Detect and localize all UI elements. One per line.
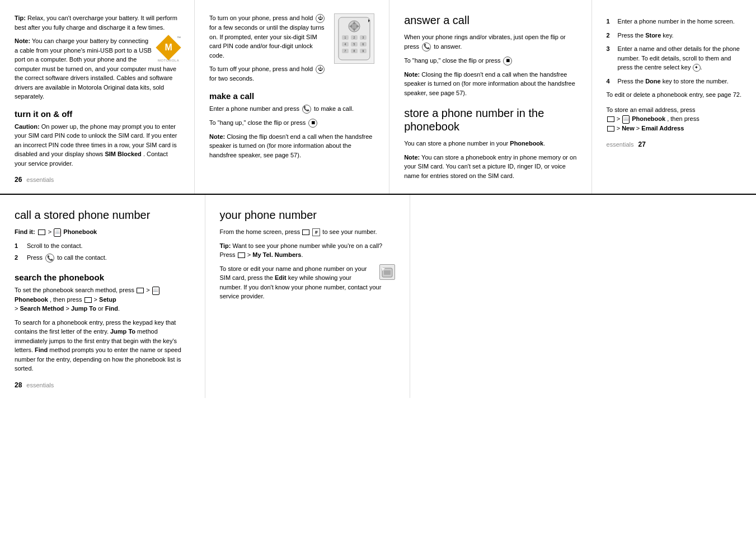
turn-off-para: To turn off your phone, press and hold ⏻… <box>209 64 374 83</box>
phone-image: 1 2 3 4 5 6 7 8 9 <box>334 13 374 64</box>
step-1-text: Enter a phone number in the home screen. <box>618 17 735 26</box>
answer-call-para: When your phone rings and/or vibrates, j… <box>404 32 576 51</box>
store-note: Note: You can store a phonebook entry in… <box>404 153 576 181</box>
svg-rect-28 <box>384 270 391 275</box>
search-pb-icon: 📖 <box>152 287 159 295</box>
email-arr1: > <box>617 115 622 122</box>
answer-call-icon: 📞 <box>422 43 431 51</box>
search-arr4: > <box>65 305 71 312</box>
answer-note-text: Closing the flip doesn't end a call when… <box>404 71 575 96</box>
mtn-bold: My Tel. Numbers <box>252 251 301 258</box>
store-step-3: 3 Enter a name and other details for the… <box>607 44 741 72</box>
svg-text:7: 7 <box>345 49 346 53</box>
tip-text: Relax, you can't overcharge your battery… <box>15 15 177 31</box>
search-arr1: > <box>146 287 151 293</box>
call-contact-icon: 📞 <box>45 254 54 263</box>
search-pb-bold: Phonebook <box>15 296 48 303</box>
power-icon: ⏻ <box>316 14 325 23</box>
store-note-label: Note: <box>404 154 420 161</box>
search-pre: To set the phonebook search method, pres… <box>15 287 134 293</box>
hang-up-text: To "hang up," close the flip or press <box>209 119 306 126</box>
email-menu-icon-1 <box>607 116 614 122</box>
store-key-bold: Store <box>645 32 661 39</box>
email-arr2: > <box>617 125 622 132</box>
edit-key-bold: Edit <box>275 274 287 281</box>
make-call-step1-end: to make a call. <box>314 105 354 112</box>
essentials-27: essentials <box>607 141 634 148</box>
ypn-tip-menu-icon <box>238 252 245 258</box>
step2-call-post: to call the contact. <box>57 254 107 261</box>
your-phone-tip: Tip: Want to see your phone number while… <box>220 241 396 260</box>
note-text-1: You can charge your battery by connectin… <box>15 38 176 100</box>
step-2-text: Press the Store key. <box>618 31 674 40</box>
hang-up-para: To "hang up," close the flip or press ⏹ <box>209 118 374 128</box>
ypn-tip-arr: > <box>247 251 252 258</box>
call-step-2: 2 Press 📞 to call the contact. <box>15 253 190 263</box>
email-arr3: > <box>636 125 641 132</box>
store-step-2: 2 Press the Store key. <box>607 31 741 40</box>
step-4-text: Press the Done key to store the number. <box>618 77 729 86</box>
answer-end-icon: ⏹ <box>503 57 512 65</box>
answer-note: Note: Closing the flip doesn't end a cal… <box>404 70 576 98</box>
call-step-1-text: Scroll to the contact. <box>27 241 83 251</box>
search-menu-icon-2 <box>84 297 92 303</box>
call-menu-icon <box>38 229 45 235</box>
ypn-menu-icon <box>302 229 309 235</box>
step4-pre: Press the <box>618 78 644 85</box>
email-pb-icon: 📖 <box>622 115 630 124</box>
svg-text:3: 3 <box>363 36 364 39</box>
email-pb-bold: Phonebook <box>632 115 665 122</box>
turn-off-text: To turn off your phone, press and hold <box>209 65 313 72</box>
find-it-text: Find it: > 📖 Phonebook <box>15 227 190 237</box>
turn-off-end: for two seconds. <box>209 75 254 82</box>
make-call-note-label: Note: <box>209 133 225 140</box>
end-call-icon: ⏹ <box>308 119 317 128</box>
caution-text: Caution: On power up, the phone may prom… <box>15 122 180 168</box>
step2-post: key. <box>663 32 673 39</box>
page-26-footer: 26 essentials <box>15 176 180 184</box>
turn-on-mid: for a few seconds or until the display t… <box>209 24 324 59</box>
step-num-4: 4 <box>607 77 614 86</box>
email-menu-icon-2 <box>607 126 614 132</box>
svg-text:8: 8 <box>354 49 355 53</box>
make-call-para: Enter a phone number and press 📞 to make… <box>209 104 374 114</box>
call-step-1: 1 Scroll to the contact. <box>15 241 190 251</box>
turn-on-off-heading: turn it on & off <box>15 109 180 119</box>
note-label-1: Note: <box>15 38 30 44</box>
turn-on-intro: To turn on your phone, press and hold <box>209 15 313 21</box>
search-pb-para2: To search for a phonebook entry, press t… <box>15 318 190 373</box>
svg-text:2: 2 <box>354 36 355 39</box>
your-phone-para1: From the home screen, press # to see you… <box>220 227 396 237</box>
tip-1: Tip: Relax, you can't overcharge your ba… <box>15 13 180 32</box>
call-step-num-2: 2 <box>15 253 22 263</box>
store-phone-para: You can store a phone number in your Pho… <box>404 139 576 148</box>
jump-to-bold-2: Jump To <box>110 328 135 335</box>
store-phone-heading: store a phone number in the phonebook <box>404 106 576 133</box>
email-new-bold: New <box>622 125 635 132</box>
email-pre: To store an email address, press <box>607 106 696 113</box>
answer-note-label: Note: <box>404 71 420 78</box>
find-bold: Find <box>105 305 118 312</box>
make-call-step1: Enter a phone number and press <box>209 105 299 112</box>
call-pb-icon: 📖 <box>54 228 61 237</box>
your-phone-heading: your phone number <box>220 208 396 222</box>
email-addr-bold: Email Address <box>641 125 684 132</box>
nav-select-icon: ✦ <box>693 64 701 72</box>
make-call-note: Note: Closing the flip doesn't end a cal… <box>209 132 374 160</box>
call-arrow: > <box>48 228 53 235</box>
answer-hang-up-text: To "hang up," close the flip or press <box>404 57 500 64</box>
ypn-hash-icon: # <box>312 228 320 236</box>
step-num-3: 3 <box>607 44 614 72</box>
call-pb-bold: Phonebook <box>63 228 97 235</box>
email-info: To store an email address, press > 📖 Pho… <box>607 105 741 133</box>
step2-pre: Press the <box>618 32 644 39</box>
search-arr2: > <box>94 296 99 303</box>
search-comma: , then press <box>50 296 82 303</box>
page-number-28: 28 <box>15 381 22 389</box>
sim-blocked: SIM Blocked <box>105 151 141 157</box>
answer-text1-end: to answer. <box>434 43 462 50</box>
page-27-footer: essentials 27 <box>607 140 741 148</box>
store-steps: 1 Enter a phone number in the home scree… <box>607 17 741 133</box>
phone-svg: 1 2 3 4 5 6 7 8 9 <box>337 16 371 61</box>
email-comma: , then press <box>667 115 699 122</box>
